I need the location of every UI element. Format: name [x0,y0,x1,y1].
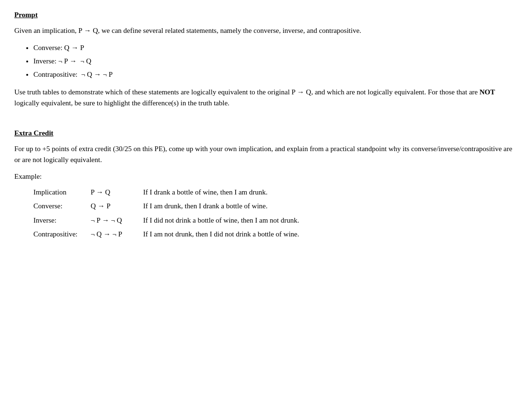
extra-credit-section: Extra Credit For up to +5 points of extr… [14,128,518,240]
list-item: Inverse: ¬ P → ¬ Q If I did not drink a … [33,215,518,227]
contrapositive-label: Contrapositive: ¬ Q → ¬ P [33,71,113,78]
example-implication-sentence: If I drank a bottle of wine, then I am d… [143,186,268,199]
example-converse-formula: Q → P [91,200,143,213]
list-item: Converse: Q → P If I am drunk, then I dr… [33,200,518,213]
list-item: Contrapositive: ¬ Q → ¬ P If I am not dr… [33,228,518,241]
example-inverse-term: Inverse: [33,215,91,227]
example-inverse-sentence: If I did not drink a bottle of wine, the… [143,215,299,227]
prompt-title: Prompt [14,10,518,20]
example-contrapositive-formula: ¬ Q → ¬ P [91,228,143,241]
example-inverse-formula: ¬ P → ¬ Q [91,215,143,227]
prompt-intro: Given an implication, P → Q, we can defi… [14,25,518,36]
example-contrapositive-sentence: If I am not drunk, then I did not drink … [143,228,299,241]
extra-credit-title: Extra Credit [14,128,518,139]
example-implication-formula: P → Q [91,186,143,199]
list-item: Implication P → Q If I drank a bottle of… [33,186,518,199]
prompt-section: Prompt Given an implication, P → Q, we c… [14,10,518,109]
list-item: Inverse: ¬ P → ¬ Q [33,55,518,67]
extra-credit-intro: For up to +5 points of extra credit (30/… [14,143,518,166]
example-list: Implication P → Q If I drank a bottle of… [33,186,518,241]
list-item: Contrapositive: ¬ Q → ¬ P [33,69,518,80]
example-converse-term: Converse: [33,200,91,213]
prompt-closing: Use truth tables to demonstrate which of… [14,87,518,109]
inverse-label: Inverse: ¬ P → ¬ Q [33,57,91,65]
example-converse-sentence: If I am drunk, then I drank a bottle of … [143,200,268,213]
example-label: Example: [14,171,518,182]
example-contrapositive-term: Contrapositive: [33,228,91,241]
list-item: Converse: Q → P [33,42,518,53]
prompt-bullet-list: Converse: Q → P Inverse: ¬ P → ¬ Q Contr… [33,42,518,80]
example-implication-term: Implication [33,186,91,199]
converse-label: Converse: Q → P [33,44,84,51]
